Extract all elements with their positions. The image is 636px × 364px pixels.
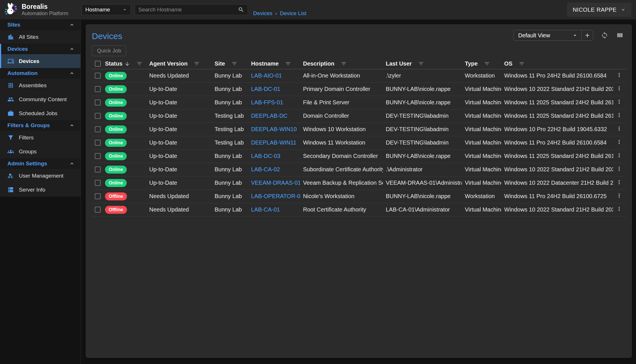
row-menu-button[interactable] xyxy=(616,112,622,118)
hostname-link[interactable]: LAB-OPERATOR-01 xyxy=(251,193,300,199)
hostname-link[interactable]: LAB-AIO-01 xyxy=(251,72,282,79)
search-icon[interactable] xyxy=(238,7,244,13)
actions-cell xyxy=(613,190,626,203)
brand-subtitle: Automation Platform xyxy=(22,11,68,17)
filter-icon[interactable] xyxy=(231,61,237,67)
filter-icon[interactable] xyxy=(341,61,347,67)
row-menu-button[interactable] xyxy=(616,139,622,145)
columns-icon[interactable] xyxy=(616,32,623,39)
column-header-status[interactable]: Status xyxy=(102,59,146,69)
filter-icon[interactable] xyxy=(484,61,490,67)
status-badge: Online xyxy=(105,99,127,107)
section-header-admin-settings[interactable]: Admin Settings xyxy=(0,158,80,169)
row-menu-button[interactable] xyxy=(616,179,622,185)
search-field-value: Hostname xyxy=(85,7,110,13)
section-header-devices[interactable]: Devices xyxy=(1,44,80,54)
hostname-link[interactable]: DEEPLAB-WIN10 xyxy=(251,126,297,132)
sidebar-item-assemblies[interactable]: Assemblies xyxy=(0,78,80,92)
search-input[interactable] xyxy=(138,7,238,13)
section-header-sites[interactable]: Sites xyxy=(0,20,80,30)
row-checkbox[interactable] xyxy=(95,207,101,213)
agent-version-cell: Up-to-Date xyxy=(146,82,212,96)
brand-block: Borealis Automation Platform xyxy=(0,2,81,17)
row-checkbox[interactable] xyxy=(95,99,101,105)
server-icon xyxy=(7,186,14,193)
table-header-row: StatusAgent VersionSiteHostnameDescripti… xyxy=(92,59,626,69)
breadcrumb-devices[interactable]: Devices xyxy=(253,10,272,17)
filter-icon[interactable] xyxy=(418,61,424,67)
row-checkbox[interactable] xyxy=(95,73,101,79)
refresh-icon[interactable] xyxy=(601,32,608,39)
last-user-cell: DEV-TESTING\labadmin xyxy=(383,123,462,136)
sort-desc-icon[interactable] xyxy=(124,61,130,67)
sidebar-item-filters[interactable]: Filters xyxy=(0,131,80,145)
row-checkbox[interactable] xyxy=(95,113,101,119)
row-menu-button[interactable] xyxy=(616,206,622,212)
row-checkbox[interactable] xyxy=(95,180,101,186)
row-menu-button[interactable] xyxy=(616,125,622,132)
user-menu-button[interactable]: NICOLE RAPPE xyxy=(567,3,631,17)
hostname-link[interactable]: LAB-DC-01 xyxy=(251,86,280,92)
status-cell: Online xyxy=(102,69,146,82)
sidebar-item-community-content[interactable]: Community Content xyxy=(0,92,80,106)
hostname-link[interactable]: LAB-DC-03 xyxy=(251,153,280,159)
quick-job-button[interactable]: Quick Job xyxy=(92,45,126,56)
breadcrumb-device-list[interactable]: Device List xyxy=(280,10,306,17)
os-cell: Windows 10 2022 Standard 21H2 Build 2034… xyxy=(501,163,613,176)
column-header-os[interactable]: OS xyxy=(501,59,613,69)
filter-icon[interactable] xyxy=(136,61,142,67)
search-field-select[interactable]: Hostname xyxy=(82,4,131,15)
section-header-filters-groups[interactable]: Filters & Groups xyxy=(0,120,80,131)
row-menu-button[interactable] xyxy=(616,99,622,105)
row-checkbox[interactable] xyxy=(95,166,101,172)
column-header-type[interactable]: Type xyxy=(462,59,501,69)
row-menu-button[interactable] xyxy=(616,72,622,78)
select-cell xyxy=(92,203,102,216)
hostname-link[interactable]: VEEAM-DRAAS-01 xyxy=(251,180,300,186)
last-user-cell: .\zyler xyxy=(383,69,462,82)
sidebar-item-scheduled-jobs[interactable]: Scheduled Jobs xyxy=(0,106,80,120)
sidebar-item-server-info[interactable]: Server Info xyxy=(0,183,80,197)
hostname-cell: LAB-FPS-01 xyxy=(248,96,300,109)
filter-icon[interactable] xyxy=(194,61,200,67)
hostname-link[interactable]: LAB-CA-01 xyxy=(251,206,280,213)
row-checkbox[interactable] xyxy=(95,126,101,132)
select-all-checkbox[interactable] xyxy=(95,61,101,67)
view-select[interactable]: Default View xyxy=(514,30,582,40)
status-badge: Online xyxy=(105,125,127,133)
os-cell: Windows 10 Pro 22H2 Build 19045.6332 xyxy=(501,123,613,136)
hostname-link[interactable]: LAB-CA-02 xyxy=(251,166,280,172)
section-header-automation[interactable]: Automation xyxy=(0,68,80,78)
add-view-button[interactable]: + xyxy=(582,30,593,40)
row-checkbox[interactable] xyxy=(95,153,101,159)
hostname-link[interactable]: DEEPLAB-DC xyxy=(251,113,288,119)
column-header-hostname[interactable]: Hostname xyxy=(248,59,300,69)
column-header-description[interactable]: Description xyxy=(300,59,383,69)
column-header-last_user[interactable]: Last User xyxy=(383,59,462,69)
actions-cell xyxy=(613,163,626,176)
sidebar-item-user-management[interactable]: User Management xyxy=(0,169,80,183)
hostname-link[interactable]: LAB-FPS-01 xyxy=(251,99,283,105)
description-cell: File & Print Server xyxy=(300,96,383,109)
row-checkbox[interactable] xyxy=(95,140,101,146)
column-header-site[interactable]: Site xyxy=(212,59,248,69)
row-menu-button[interactable] xyxy=(616,85,622,91)
sidebar-item-groups[interactable]: Groups xyxy=(0,145,80,158)
sidebar-item-all-sites[interactable]: All Sites xyxy=(0,30,80,44)
filter-icon[interactable] xyxy=(285,61,291,67)
status-badge: Online xyxy=(105,72,127,80)
row-menu-button[interactable] xyxy=(616,152,622,158)
description-cell: Windows 10 Workstation xyxy=(300,123,383,136)
row-checkbox[interactable] xyxy=(95,193,101,199)
row-menu-button[interactable] xyxy=(616,166,622,172)
filter-icon[interactable] xyxy=(519,61,525,67)
row-checkbox[interactable] xyxy=(95,86,101,92)
select-cell xyxy=(92,149,102,163)
site-cell: Bunny Lab xyxy=(212,190,248,203)
column-header-agent[interactable]: Agent Version xyxy=(146,59,212,69)
sidebar-item-devices[interactable]: Devices xyxy=(1,54,80,68)
row-menu-button[interactable] xyxy=(616,192,622,199)
os-cell: Windows 11 2025 Standard 24H2 Build 2610… xyxy=(501,109,613,123)
hostname-link[interactable]: DEEPLAB-WIN11 xyxy=(251,139,296,146)
chevron-up-icon xyxy=(69,22,75,28)
